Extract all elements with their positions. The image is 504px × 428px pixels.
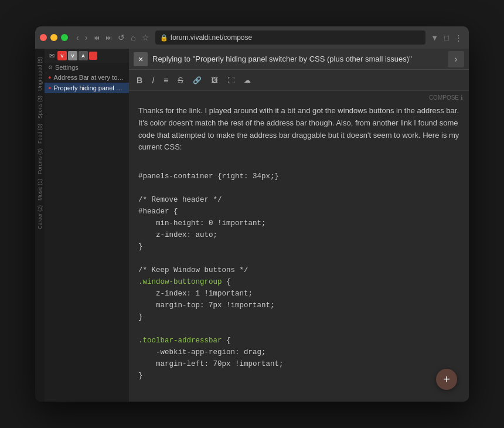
- list-button[interactable]: ≡: [161, 74, 171, 87]
- title-bar: ‹ › ⏮ ⏭ ↺ ⌂ ☆ 🔒 forum.vivaldi.net/compos…: [35, 26, 469, 49]
- nav-last[interactable]: ⏭: [103, 33, 114, 42]
- nav-home[interactable]: ⌂: [128, 32, 138, 43]
- sidebar-item-settings[interactable]: ⚙ Settings: [45, 63, 129, 72]
- group-career: Career (2): [36, 203, 44, 232]
- compose-area[interactable]: COMPOSE ℹ Thanks for the link. I played …: [129, 91, 469, 402]
- upload-button[interactable]: ☁: [241, 74, 254, 86]
- window-icon[interactable]: □: [442, 32, 451, 43]
- sidebar-groups: Ungrouped (5) Sports (3) Food (0) Forums…: [35, 49, 45, 402]
- code-block: #panels-container {right: 34px;} /* Remo…: [138, 171, 459, 382]
- sidebar-content: ✉ V V A ⚙ Settings ● Address Bar at very…: [45, 49, 129, 402]
- nav-reload[interactable]: ↺: [115, 32, 127, 43]
- menu-icon[interactable]: ▼: [429, 32, 440, 43]
- editor-toolbar: B I ≡ S 🔗 🖼 ⛶ ☁: [129, 70, 469, 91]
- group-sports: Sports (3): [36, 93, 44, 121]
- italic-button[interactable]: I: [149, 74, 157, 87]
- close-button[interactable]: [40, 34, 47, 41]
- page-content: × Replying to "Properly hiding panel swi…: [129, 49, 469, 402]
- v-icon[interactable]: V: [68, 51, 77, 60]
- sidebar-top-icons: ✉ V V A: [45, 49, 129, 63]
- nav-forward[interactable]: ›: [83, 32, 90, 43]
- minimize-button[interactable]: [50, 34, 57, 41]
- settings-icon: ⚙: [48, 64, 53, 70]
- compose-text[interactable]: Thanks for the link. I played around wit…: [129, 91, 469, 402]
- sidebar-item-address-bar[interactable]: ● Address Bar at very top | Vi...: [45, 72, 129, 83]
- traffic-lights: [40, 34, 68, 41]
- address-bar[interactable]: 🔒 forum.vivaldi.net/compose: [155, 30, 425, 45]
- reply-header: × Replying to "Properly hiding panel swi…: [129, 49, 469, 70]
- close-reply-button[interactable]: ×: [134, 52, 148, 66]
- compose-label: COMPOSE ℹ: [429, 94, 463, 101]
- browser-window: ‹ › ⏮ ⏭ ↺ ⌂ ☆ 🔒 forum.vivaldi.net/compos…: [35, 26, 469, 402]
- what-it-looks-like: What it now looks like: [138, 400, 212, 402]
- nav-first[interactable]: ⏮: [91, 33, 102, 42]
- strikethrough-button[interactable]: S: [175, 74, 186, 87]
- title-bar-right: ▼ □ ⋮: [429, 32, 464, 43]
- fab-button[interactable]: +: [436, 369, 457, 390]
- image-button[interactable]: 🖼: [208, 74, 221, 86]
- a-icon[interactable]: A: [79, 51, 88, 60]
- compose-info-icon: ℹ: [461, 94, 463, 101]
- intro-paragraph: Thanks for the link. I played around wit…: [138, 105, 459, 154]
- bold-button[interactable]: B: [134, 74, 145, 87]
- mail-icon[interactable]: ✉: [47, 51, 56, 60]
- group-forums: Forums (3): [36, 146, 44, 176]
- reply-title: Replying to "Properly hiding panel switc…: [152, 55, 443, 63]
- sidebar-item-panel-switcher[interactable]: ● Properly hiding panel switc...: [45, 83, 129, 93]
- main-area: Ungrouped (5) Sports (3) Food (0) Forums…: [35, 49, 469, 402]
- vivaldi-icon[interactable]: V: [57, 51, 67, 60]
- more-icon[interactable]: ⋮: [453, 32, 464, 43]
- group-food: Food (0): [36, 121, 44, 146]
- lock-icon: 🔒: [160, 34, 168, 42]
- link-button[interactable]: 🔗: [190, 74, 205, 86]
- nav-bookmark[interactable]: ☆: [139, 32, 152, 43]
- nav-buttons: ‹ › ⏮ ⏭ ↺ ⌂ ☆: [74, 32, 152, 43]
- red-icon[interactable]: [89, 52, 97, 60]
- maximize-button[interactable]: [61, 34, 68, 41]
- sidebar: Ungrouped (5) Sports (3) Food (0) Forums…: [35, 49, 129, 402]
- group-music: Music (1): [36, 176, 44, 203]
- address-text: forum.vivaldi.net/compose: [171, 33, 252, 42]
- expand-button[interactable]: ⛶: [224, 74, 237, 86]
- nav-back[interactable]: ‹: [74, 32, 81, 43]
- item-dot-icon-2: ●: [48, 85, 51, 91]
- item-dot-icon: ●: [48, 74, 51, 80]
- group-ungrouped: Ungrouped (5): [36, 55, 44, 93]
- next-arrow-button[interactable]: ›: [448, 51, 464, 67]
